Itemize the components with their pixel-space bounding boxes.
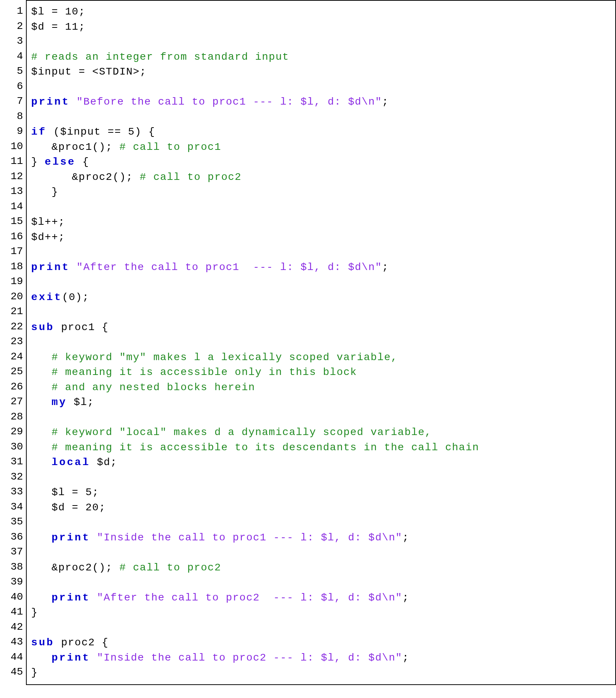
code-line: print "Before the call to proc1 --- l: $… <box>31 95 611 110</box>
token-plain: $d++; <box>31 231 65 243</box>
code-line <box>31 305 611 320</box>
token-comment: # call to proc2 <box>140 171 242 183</box>
line-number: 33 <box>0 484 23 500</box>
token-plain: &proc2(); <box>31 562 119 573</box>
token-plain: $d = 20; <box>31 502 106 513</box>
line-number: 8 <box>0 109 23 124</box>
line-number: 36 <box>0 530 23 545</box>
line-number: 15 <box>0 214 23 229</box>
line-number: 4 <box>0 49 23 64</box>
token-plain: &proc2(); <box>31 171 140 183</box>
token-plain: ; <box>382 96 389 108</box>
code-line: if ($input == 5) { <box>31 125 611 140</box>
code-line: } <box>31 665 611 681</box>
token-plain: ; <box>402 652 409 664</box>
token-plain: $l = 5; <box>31 487 99 498</box>
code-line: # keyword "local" makes d a dynamically … <box>31 425 611 440</box>
token-keyword: exit <box>31 292 62 303</box>
token-plain: $d = 11; <box>31 21 85 33</box>
line-number: 9 <box>0 124 23 139</box>
line-number: 7 <box>0 94 23 109</box>
token-plain: } <box>31 607 38 618</box>
line-number: 41 <box>0 605 23 620</box>
line-number: 45 <box>0 665 23 680</box>
line-number: 42 <box>0 620 23 635</box>
line-number: 39 <box>0 574 23 590</box>
token-plain: ($input == 5) { <box>47 126 155 138</box>
token-comment: # meaning it is accessible only in this … <box>52 366 357 378</box>
token-keyword: sub <box>31 322 54 333</box>
code-line: } <box>31 605 611 620</box>
token-plain: $d; <box>90 457 117 468</box>
line-number: 10 <box>0 139 23 154</box>
line-number: 43 <box>0 635 23 650</box>
line-number: 25 <box>0 364 23 379</box>
code-line: sub proc1 { <box>31 320 611 335</box>
code-line: print "After the call to proc1 --- l: $l… <box>31 260 611 275</box>
line-number: 27 <box>0 394 23 409</box>
code-line: &proc1(); # call to proc1 <box>31 140 611 155</box>
token-comment: # and any nested blocks herein <box>52 382 255 393</box>
line-number-gutter: 1234567891011121314151617181920212223242… <box>0 0 26 685</box>
line-number: 31 <box>0 454 23 470</box>
line-number: 1 <box>0 4 23 19</box>
line-number: 17 <box>0 244 23 259</box>
code-line <box>31 200 611 215</box>
line-number: 29 <box>0 424 23 439</box>
token-plain <box>31 366 52 378</box>
token-plain: $l; <box>67 396 94 408</box>
token-plain: { <box>76 156 89 168</box>
code-line <box>31 575 611 590</box>
line-number: 26 <box>0 379 23 395</box>
token-plain: ; <box>382 261 389 273</box>
code-line <box>31 470 611 485</box>
token-string: "Inside the call to proc1 --- l: $l, d: … <box>97 532 402 543</box>
line-number: 21 <box>0 304 23 319</box>
token-keyword: if <box>31 126 47 138</box>
line-number: 35 <box>0 514 23 530</box>
code-line: $d = 20; <box>31 500 611 516</box>
code-listing: 1234567891011121314151617181920212223242… <box>0 0 616 685</box>
token-plain <box>31 382 52 393</box>
code-line <box>31 110 611 125</box>
line-number: 30 <box>0 439 23 455</box>
code-line <box>31 515 611 530</box>
code-line: $l++; <box>31 215 611 230</box>
line-number: 40 <box>0 590 23 605</box>
token-plain <box>90 592 97 603</box>
code-line: $input = <STDIN>; <box>31 65 611 80</box>
code-line <box>31 410 611 425</box>
token-plain: } <box>31 186 58 198</box>
token-comment: # call to proc2 <box>119 562 221 573</box>
code-line <box>31 545 611 560</box>
line-number: 32 <box>0 470 23 485</box>
code-line: # meaning it is accessible to its descen… <box>31 440 611 455</box>
line-number: 16 <box>0 229 23 244</box>
code-line: $l = 5; <box>31 485 611 500</box>
code-line: print "After the call to proc2 --- l: $l… <box>31 590 611 606</box>
code-line <box>31 245 611 260</box>
token-keyword: print <box>52 592 90 603</box>
line-number: 11 <box>0 154 23 169</box>
code-line: exit(0); <box>31 290 611 305</box>
code-line: sub proc2 { <box>31 635 611 651</box>
token-keyword: print <box>31 96 70 108</box>
line-number: 38 <box>0 560 23 575</box>
token-keyword: print <box>31 261 70 273</box>
token-plain <box>31 442 52 453</box>
code-line: # and any nested blocks herein <box>31 380 611 395</box>
token-string: "Before the call to proc1 --- l: $l, d: … <box>76 96 382 108</box>
code-line: local $d; <box>31 455 611 470</box>
token-plain <box>90 652 97 664</box>
line-number: 14 <box>0 199 23 214</box>
token-comment: # keyword "my" makes l a lexically scope… <box>52 352 398 363</box>
token-plain: $l = 10; <box>31 6 85 17</box>
line-number: 5 <box>0 64 23 79</box>
code-body: $l = 10;$d = 11; # reads an integer from… <box>26 0 616 685</box>
code-line <box>31 34 611 50</box>
token-plain: } <box>31 156 45 168</box>
code-line <box>31 335 611 350</box>
token-keyword: print <box>52 652 90 664</box>
token-comment: # reads an integer from standard input <box>31 51 289 63</box>
token-plain <box>31 396 52 408</box>
